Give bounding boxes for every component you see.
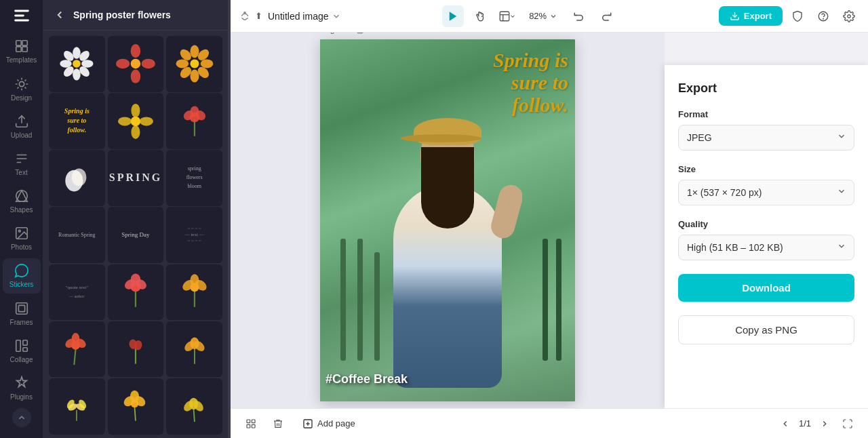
sticker-item[interactable]: "quote text"— author: [49, 264, 105, 321]
svg-rect-3: [16, 41, 20, 45]
sidebar-item-text-label: Text: [15, 169, 27, 176]
sidebar-collapse-btn[interactable]: [12, 408, 31, 427]
svg-rect-4: [22, 41, 26, 45]
svg-marker-90: [450, 12, 457, 21]
sidebar-item-plugins[interactable]: Plugins: [3, 371, 41, 405]
sticker-item[interactable]: [108, 264, 164, 321]
panel-title: Spring poster flowers: [73, 9, 171, 20]
svg-rect-17: [22, 348, 26, 352]
sidebar-item-frames[interactable]: Frames: [3, 296, 41, 331]
svg-rect-5: [16, 47, 20, 52]
svg-point-41: [131, 116, 140, 125]
redo-button[interactable]: [595, 5, 617, 27]
sticker-item[interactable]: [166, 36, 222, 92]
panel-back-button[interactable]: [52, 7, 68, 23]
settings-icon-button[interactable]: [838, 5, 860, 27]
sticker-item[interactable]: Romantic Spring: [49, 207, 105, 263]
sidebar-item-text[interactable]: Text: [3, 146, 41, 181]
fullscreen-button[interactable]: [838, 414, 857, 433]
document-title-text: Untitled image: [268, 11, 329, 22]
quality-select[interactable]: Low Medium High (51 KB – 102 KB) Highest: [678, 235, 854, 260]
svg-rect-105: [252, 424, 255, 428]
sidebar-item-upload[interactable]: Upload: [3, 109, 41, 144]
sticker-item[interactable]: [108, 378, 164, 435]
present-button[interactable]: [442, 5, 464, 27]
sticker-item[interactable]: [108, 321, 164, 378]
svg-point-45: [140, 117, 153, 125]
sticker-item[interactable]: [49, 378, 105, 435]
svg-point-32: [190, 60, 199, 68]
export-button[interactable]: Export: [719, 6, 783, 26]
svg-point-33: [190, 45, 199, 58]
svg-rect-13: [16, 302, 27, 314]
sticker-item[interactable]: ~ ~ ~ ~— text —~ ~ ~ ~: [166, 207, 222, 263]
download-button[interactable]: Download: [678, 274, 854, 302]
copy-png-button[interactable]: Copy as PNG: [678, 315, 854, 344]
app-logo[interactable]: [11, 5, 33, 26]
sidebar-item-design[interactable]: Design: [3, 72, 41, 106]
sidebar-item-frames-label: Frames: [10, 319, 33, 326]
quality-field: Quality Low Medium High (51 KB – 102 KB)…: [678, 219, 854, 260]
sidebar-item-shapes-label: Shapes: [10, 206, 33, 214]
add-page-label: Add page: [317, 418, 355, 429]
format-select[interactable]: JPEG PNG PDF SVG GIF: [678, 125, 854, 151]
sticker-item[interactable]: SPRING: [108, 150, 164, 206]
canvas-page[interactable]: Spring issure tofollow. #Coffee Break: [320, 39, 575, 401]
sidebar-item-stickers[interactable]: Stickers: [3, 258, 41, 293]
undo-button[interactable]: [568, 5, 590, 27]
bottom-bar: Add page 1/1: [231, 408, 868, 438]
sidebar-item-shapes[interactable]: Shapes: [3, 184, 41, 218]
layout-button[interactable]: [496, 5, 518, 27]
quality-select-wrapper: Low Medium High (51 KB – 102 KB) Highest: [678, 235, 854, 260]
canvas-area[interactable]: Page 1: [231, 33, 665, 408]
sticker-item[interactable]: [108, 93, 164, 149]
zoom-control[interactable]: 82%: [524, 8, 563, 24]
svg-point-89: [243, 11, 246, 14]
prev-page-button[interactable]: [777, 416, 793, 432]
svg-line-63: [75, 349, 76, 365]
sticker-item[interactable]: Spring Day: [108, 207, 164, 263]
topbar-title[interactable]: Untitled image: [268, 11, 341, 22]
sticker-item[interactable]: [166, 378, 222, 435]
format-label: Format: [678, 109, 854, 119]
thumbnail-view-button[interactable]: [241, 414, 260, 433]
svg-point-35: [176, 60, 189, 68]
svg-point-36: [200, 60, 213, 68]
sticker-item[interactable]: [108, 36, 164, 92]
page-more-button[interactable]: [369, 33, 384, 37]
size-select[interactable]: 1× (537 × 720 px) 2× (1074 × 1440 px) 3×…: [678, 180, 854, 205]
page-duplicate-button[interactable]: [351, 33, 366, 37]
sidebar-item-plugins-label: Plugins: [10, 393, 33, 401]
sidebar-item-collage[interactable]: Collage: [3, 334, 41, 368]
sticker-item[interactable]: [166, 321, 222, 378]
svg-rect-104: [247, 424, 250, 428]
svg-point-52: [72, 168, 87, 186]
svg-point-20: [73, 69, 81, 81]
size-label: Size: [678, 164, 854, 174]
sticker-item[interactable]: [49, 321, 105, 378]
svg-rect-14: [18, 305, 24, 311]
next-page-button[interactable]: [816, 416, 833, 432]
add-page-button[interactable]: Add page: [296, 415, 362, 433]
sidebar-item-templates[interactable]: Templates: [3, 34, 41, 68]
svg-point-21: [60, 60, 72, 68]
shield-icon-button[interactable]: [787, 5, 808, 27]
topbar-project[interactable]: ⬆: [239, 10, 262, 22]
sticker-item[interactable]: springflowersbloom: [166, 150, 222, 206]
sticker-item[interactable]: [49, 36, 105, 92]
svg-rect-6: [22, 47, 26, 52]
page-label-text: Page 1: [320, 33, 346, 34]
sticker-item[interactable]: Spring issure tofollow.: [49, 93, 105, 149]
sidebar-item-photos[interactable]: Photos: [3, 221, 41, 256]
pan-tool-button[interactable]: [469, 5, 491, 27]
svg-point-96: [823, 18, 824, 19]
svg-point-28: [131, 44, 140, 58]
help-icon-button[interactable]: [812, 5, 834, 27]
sticker-item[interactable]: [166, 93, 222, 149]
sticker-item[interactable]: [166, 264, 222, 321]
main-area: ⬆ Untitled image 82%: [231, 0, 868, 438]
sticker-item[interactable]: [49, 150, 105, 206]
delete-page-button[interactable]: [269, 414, 288, 433]
svg-point-34: [190, 70, 199, 83]
canvas-hashtag: #Coffee Break: [326, 372, 408, 386]
